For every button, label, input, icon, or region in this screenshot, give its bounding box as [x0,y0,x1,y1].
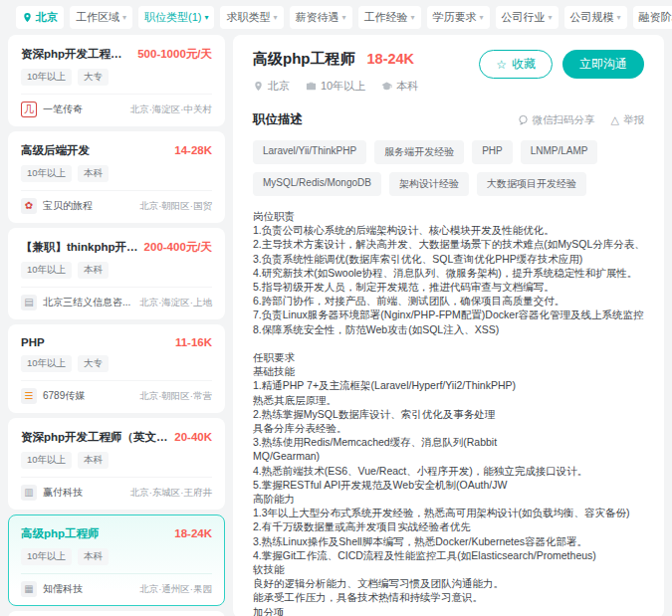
description-line: 具备分库分表经验。 [253,421,644,435]
skill-tag: 架构设计经验 [389,172,469,196]
filter-chip[interactable]: 学历要求 ▾ [427,6,490,29]
favorite-button[interactable]: ☆ 收藏 [479,50,553,79]
job-salary: 200-400元/天 [144,240,212,255]
description-line: 1.3年以上大型分布式系统开发经验，熟悉高可用架构设计(如负载均衡、容灾备份) [253,506,644,519]
job-card[interactable]: PHP 12-13K 3-5年 本科 ▤ 河北雄安畅谷软件技术 北京·朝阳区·高… [8,611,225,616]
city-filter[interactable]: 北京 [16,6,64,29]
job-salary: 11-16K [175,336,212,348]
description-line [253,336,644,350]
filter-chip-label: 职位类型(1) [144,10,201,25]
skill-tag: PHP [472,140,513,164]
location-pin-icon [22,12,33,23]
chevron-down-icon: ▾ [122,14,126,22]
filter-chip[interactable]: 工作经验 ▾ [358,6,421,29]
star-icon: ☆ [496,59,507,71]
description-line: 熟悉其底层原理。 [253,393,644,407]
job-card[interactable]: 资深php开发工程师（兼... 500-1000元/天 10年以上 大专 几 一… [8,35,225,126]
job-location: 北京·海淀区·中关村 [130,103,212,116]
company-logo-icon: ☰ [21,388,37,404]
skill-tag: LNMP/LAMP [521,140,598,164]
warning-triangle-icon: △ [611,114,619,125]
experience-tag: 10年以上 [21,548,72,565]
education-tag: 本科 [78,262,109,279]
chevron-down-icon: ▾ [411,14,415,22]
job-location: 北京·朝阳区·常营 [139,390,212,403]
description-line: 3.熟练Linux操作及Shell脚本编写，熟悉Docker/Kubernete… [253,534,644,548]
job-title: 高级后端开发 [21,143,90,158]
description-line: 3.负责系统性能调优(数据库索引优化、SQL查询优化PHP缓存技术应用) [253,252,644,266]
description-line: 加分项 [253,605,644,616]
job-card[interactable]: 资深php开发工程师（英文熟练） 20-40K 10年以上 本科 ▥ 赢付科技 … [8,418,225,510]
experience-tag: 10年以上 [21,452,72,469]
job-salary: 500-1000元/天 [137,47,212,62]
skill-tag: Laravel/Yii/ThinkPHP [253,140,366,164]
description-line: 8.保障系统安全性，防范Web攻击(如SQL注入、XSS) [253,322,644,336]
description-line: 能承受工作压力，具备技术热情和持续学习意识。 [253,590,644,604]
description-line: 岗位职责 [253,209,644,223]
job-tags: 10年以上 本科 [21,262,212,279]
filter-chip[interactable]: 工作区域 ▾ [70,6,132,29]
description-line: 软技能 [253,562,644,576]
experience-tag: 10年以上 [21,262,72,279]
chevron-down-icon: ▾ [617,14,621,22]
skill-tag-list: Laravel/Yii/ThinkPHP 服务端开发经验 PHP LNMP/LA… [253,140,644,196]
job-card[interactable]: 【兼职】thinkphp开发工... 200-400元/天 10年以上 本科 ▤… [8,228,225,319]
education-tag: 大专 [78,69,109,86]
filter-chip-label: 工作区域 [76,10,119,25]
description-line: 2.熟练掌握MySQL数据库设计、索引优化及事务处理 [253,407,644,421]
company-name: 6789传媒 [43,389,133,403]
company-logo-icon: 几 [21,102,37,117]
education-tag: 本科 [78,165,109,182]
job-list: 资深php开发工程师（兼... 500-1000元/天 10年以上 大专 几 一… [8,35,225,616]
company-name: 知儒科技 [43,582,133,596]
filter-chip[interactable]: 求职类型 ▾ [220,6,283,29]
section-title: 职位描述 [253,111,303,128]
filter-bar: 北京 工作区域 ▾ 职位类型(1) ▾ 求职类型 ▾ 薪资待遇 ▾ [0,0,672,33]
description-line: 高阶能力 [253,492,644,506]
filter-chip[interactable]: 职位类型(1) ▾ [138,6,214,29]
description-line: 6.跨部门协作，对接产品、前端、测试团队，确保项目高质量交付。 [253,294,644,308]
job-salary: 14-28K [174,144,212,156]
filter-chip-label: 公司规模 [570,10,614,25]
filter-chip[interactable]: 薪资待遇 ▾ [290,6,352,29]
chat-now-button[interactable]: 立即沟通 [562,50,644,79]
filter-chip-label: 工作经验 [364,10,408,25]
experience-tag: 10年以上 [21,69,72,86]
job-tags: 10年以上 大专 [21,355,212,372]
filter-chip[interactable]: 公司行业 ▾ [496,6,559,29]
job-card[interactable]: 高级php工程师 18-24K 10年以上 本科 ▦ 知儒科技 北京·通州区·果… [8,514,225,606]
job-card[interactable]: 高级后端开发 14-28K 10年以上 本科 ✿ 宝贝的旅程 北京·朝阳区·国贸 [8,131,225,223]
job-tags: 10年以上 本科 [21,548,212,565]
description-line: 4.熟悉前端技术(ES6、Vue/React、小程序开发)，能独立完成接口设计。 [253,464,644,478]
job-title: 高级php工程师 [21,526,100,541]
report-button[interactable]: △ 举报 [611,113,644,127]
chevron-down-icon: ▾ [273,14,277,22]
job-detail-panel: 高级php工程师 18-24K 北京 10年以上 本科 [233,35,664,616]
company-logo-icon: ✿ [21,198,37,214]
description-line: 4.研究新技术(如Swoole协程、消息队列、微服务架构)，提升系统稳定性和扩展… [253,266,644,280]
wechat-share-button[interactable]: 微信扫码分享 [518,113,595,127]
chevron-down-icon: ▾ [549,14,553,22]
job-salary: 20-40K [174,431,212,443]
chevron-down-icon: ▾ [204,14,208,22]
description-line: 5.指导初级开发人员，制定开发规范，推进代码审查与文档编写。 [253,280,644,294]
filter-chip-label: 求职类型 [226,10,270,25]
education-tag: 本科 [78,548,109,565]
description-line: 5.掌握RESTful API开发规范及Web安全机制(OAuth/JW [253,478,644,492]
description-line: 3.熟练使用Redis/Memcached缓存、消息队列(Rabbit [253,435,644,449]
chevron-down-icon: ▾ [342,14,346,22]
job-card[interactable]: PHP 11-16K 10年以上 大专 ☰ 6789传媒 北京·朝阳区·常营 [8,324,225,413]
education-tag: 大专 [78,355,109,372]
job-title: 资深php开发工程师（兼... [21,47,131,62]
company-logo-icon: ▥ [21,485,37,501]
detail-job-title: 高级php工程师 [253,50,355,69]
filter-chip[interactable]: 公司规模 ▾ [564,6,627,29]
main-content: 资深php开发工程师（兼... 500-1000元/天 10年以上 大专 几 一… [0,33,672,616]
filter-chip[interactable]: 融资阶段 ▾ [633,6,672,29]
experience-tag: 10年以上 [21,355,72,372]
filter-chip-label: 学历要求 [433,10,477,25]
skill-tag: 大数据项目开发经验 [477,172,586,196]
job-tags: 10年以上 大专 [21,69,212,86]
meta-city: 北京 [253,79,290,94]
briefcase-icon [306,81,317,92]
